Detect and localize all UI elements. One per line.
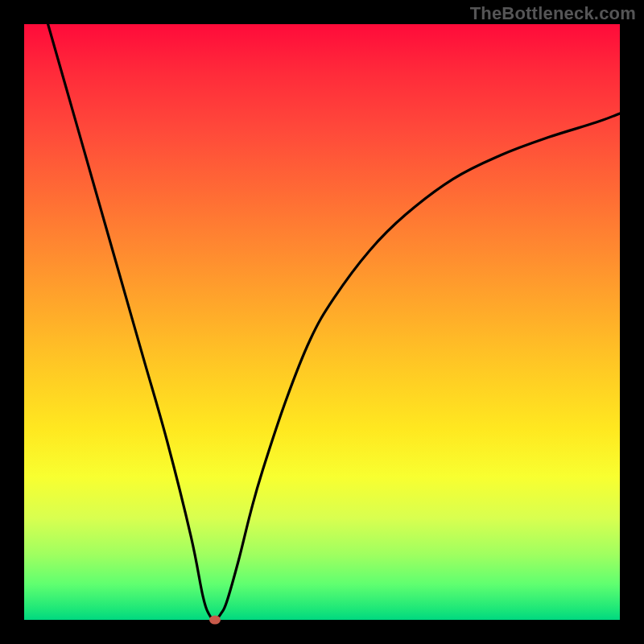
bottleneck-curve [48,24,620,620]
curve-svg [24,24,620,620]
minimum-marker-icon [209,616,221,625]
watermark-text: TheBottleneck.com [470,3,636,24]
chart-frame: TheBottleneck.com [0,0,644,644]
plot-area [24,24,620,620]
